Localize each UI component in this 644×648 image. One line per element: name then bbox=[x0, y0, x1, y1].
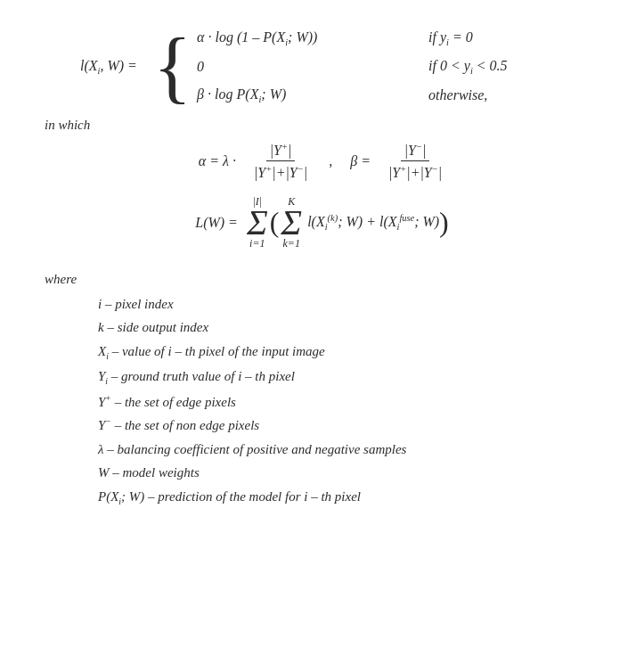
case-cond-2: if 0 < yi < 0.5 bbox=[428, 58, 507, 76]
beta-numerator: |Y−| bbox=[401, 142, 430, 161]
where-section: where i – pixel index k – side output in… bbox=[27, 272, 617, 509]
case-row-1: α · log (1 – P(Xi; W)) if yi = 0 bbox=[197, 29, 507, 47]
case-expr-3: β · log P(Xi; W) bbox=[197, 86, 393, 104]
loss-function-block: l(Xi, W) = { α · log (1 – P(Xi; W)) if y… bbox=[80, 27, 617, 107]
page: l(Xi, W) = { α · log (1 – P(Xi; W)) if y… bbox=[27, 27, 617, 509]
loss-L-label: L(W) = bbox=[195, 215, 238, 231]
definitions-list: i – pixel index k – side output index Xi… bbox=[98, 294, 617, 509]
inner-sigma-symbol: Σ bbox=[281, 205, 302, 241]
piecewise-brace: { α · log (1 – P(Xi; W)) if yi = 0 0 bbox=[153, 27, 508, 107]
case-cond-1: if yi = 0 bbox=[428, 29, 473, 47]
inner-sum-expr: l(Xi(k); W) + l(Xifuse; W) bbox=[307, 213, 439, 233]
outer-sigma-sub: i=1 bbox=[249, 237, 265, 250]
left-brace: { bbox=[153, 27, 192, 107]
def-k: k – side output index bbox=[98, 317, 617, 338]
def-i: i – pixel index bbox=[98, 294, 617, 315]
def-lambda: λ – balancing coefficient of positive an… bbox=[98, 439, 617, 460]
def-Yplus: Y+ – the set of edge pixels bbox=[98, 392, 617, 413]
def-Yminus: Y− – the set of non edge pixels bbox=[98, 415, 617, 436]
def-Xi: Xi – value of i – th pixel of the input … bbox=[98, 341, 617, 364]
open-paren: ( bbox=[270, 211, 280, 234]
inner-sigma-sub: k=1 bbox=[283, 237, 300, 250]
comma-separator: , bbox=[325, 153, 336, 169]
alpha-eq-label: α = λ · bbox=[199, 153, 236, 169]
outer-sigma: |I| Σ i=1 bbox=[247, 195, 268, 250]
piecewise-cases: α · log (1 – P(Xi; W)) if yi = 0 0 if 0 … bbox=[197, 29, 507, 105]
def-Yi: Yi – ground truth value of i – th pixel bbox=[98, 366, 617, 389]
def-W: W – model weights bbox=[98, 463, 617, 483]
loss-function-label: l(Xi, W) = bbox=[80, 58, 137, 76]
case-row-2: 0 if 0 < yi < 0.5 bbox=[197, 58, 507, 76]
beta-eq-label: β = bbox=[350, 153, 371, 169]
alpha-denominator: |Y+|+|Y−| bbox=[250, 161, 311, 180]
beta-denominator: |Y+|+|Y−| bbox=[385, 161, 445, 180]
alpha-beta-equation: α = λ · |Y+| |Y+|+|Y−| , β = |Y−| |Y+|+|… bbox=[27, 142, 617, 181]
where-label: where bbox=[45, 272, 617, 287]
close-paren: ) bbox=[439, 211, 449, 234]
inner-sigma: K Σ k=1 bbox=[281, 195, 302, 250]
def-PXiW: P(Xi; W) – prediction of the model for i… bbox=[98, 487, 617, 509]
case-expr-2: 0 bbox=[197, 59, 393, 75]
case-expr-1: α · log (1 – P(Xi; W)) bbox=[197, 29, 393, 47]
case-row-3: β · log P(Xi; W) otherwise, bbox=[197, 86, 507, 104]
total-loss-block: L(W) = |I| Σ i=1 ( K Σ k=1 l(Xi(k); W) +… bbox=[27, 195, 617, 250]
alpha-numerator: |Y+| bbox=[266, 142, 296, 161]
outer-sigma-symbol: Σ bbox=[247, 205, 268, 241]
in-which-label: in which bbox=[45, 118, 617, 133]
beta-fraction: |Y−| |Y+|+|Y−| bbox=[385, 142, 445, 181]
case-cond-3: otherwise, bbox=[428, 87, 487, 103]
alpha-fraction: |Y+| |Y+|+|Y−| bbox=[250, 142, 311, 181]
